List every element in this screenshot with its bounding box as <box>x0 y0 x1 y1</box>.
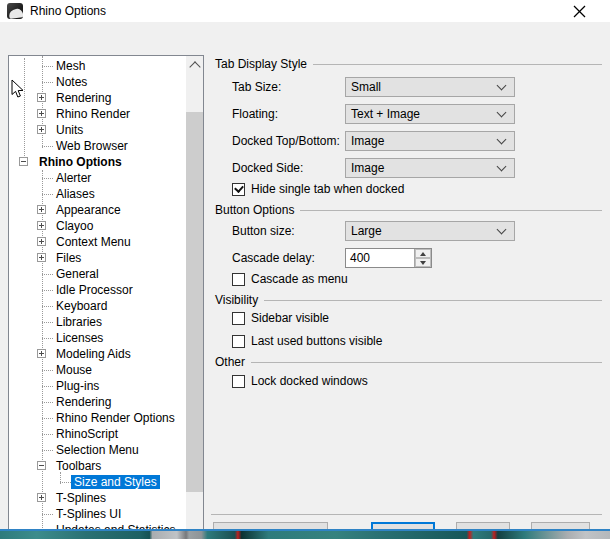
tree-item-licenses[interactable]: Licenses <box>9 330 186 346</box>
expander-plus-icon[interactable] <box>37 205 46 214</box>
cascade-as-menu-checkbox[interactable]: Cascade as menu <box>232 272 348 286</box>
tree-item-keyboard[interactable]: Keyboard <box>9 298 186 314</box>
sidebar-visible-checkbox[interactable]: Sidebar visible <box>232 311 329 325</box>
tree-connector <box>42 82 53 83</box>
cascade-delay-value: 400 <box>346 249 414 267</box>
tree-scrollbar[interactable] <box>186 56 203 539</box>
chevron-down-icon <box>497 225 507 235</box>
expander-minus-icon[interactable] <box>19 157 28 166</box>
group-title: Tab Display Style <box>215 57 307 71</box>
scroll-up-button[interactable] <box>186 56 203 73</box>
group-divider <box>264 300 602 301</box>
button-size-select[interactable]: Large <box>345 221 515 241</box>
tree-item-rhinoscript[interactable]: RhinoScript <box>9 426 186 442</box>
group-visibility: Visibility <box>215 293 602 307</box>
tree-item-label: Units <box>53 123 86 137</box>
tree-connector <box>42 450 53 451</box>
tree-item-appearance[interactable]: Appearance <box>9 202 186 218</box>
spin-down-button[interactable] <box>415 258 431 267</box>
expander-plus-icon[interactable] <box>37 237 46 246</box>
button-size-label: Button size: <box>232 224 295 238</box>
expander-minus-icon[interactable] <box>37 461 46 470</box>
tree-item-label: General <box>53 267 102 281</box>
tree-item-rhino-options[interactable]: Rhino Options <box>9 154 186 170</box>
tree-item-label: Clayoo <box>53 219 96 233</box>
group-divider <box>251 362 602 363</box>
tree-connector <box>42 194 53 195</box>
cascade-delay-input[interactable]: 400 <box>345 248 432 268</box>
chevron-down-icon <box>497 81 507 91</box>
tree-connector <box>60 482 71 483</box>
lock-docked-windows-checkbox[interactable]: Lock docked windows <box>232 374 368 388</box>
tree-item-t-splines-ui[interactable]: T-Splines UI <box>9 506 186 522</box>
tree-item-plug-ins[interactable]: Plug-ins <box>9 378 186 394</box>
tree-item-size-and-styles[interactable]: Size and Styles <box>9 474 186 490</box>
tree-item-alerter[interactable]: Alerter <box>9 170 186 186</box>
last-used-buttons-checkbox[interactable]: Last used buttons visible <box>232 334 382 348</box>
tree-item-label: T-Splines <box>53 491 109 505</box>
tree-item-rhino-render[interactable]: Rhino Render <box>9 106 186 122</box>
tree-item-rendering[interactable]: Rendering <box>9 394 186 410</box>
spinner-buttons <box>414 249 431 267</box>
chevron-down-icon <box>497 108 507 118</box>
tree-item-context-menu[interactable]: Context Menu <box>9 234 186 250</box>
footer-divider <box>211 514 602 515</box>
tree-connector <box>42 66 53 67</box>
expander-plus-icon[interactable] <box>37 493 46 502</box>
tree-item-t-splines[interactable]: T-Splines <box>9 490 186 506</box>
floating-select[interactable]: Text + Image <box>345 104 515 124</box>
tree-connector <box>42 402 53 403</box>
tree-item-label: Appearance <box>53 203 124 217</box>
expander-plus-icon[interactable] <box>37 253 46 262</box>
tree-item-notes[interactable]: Notes <box>9 74 186 90</box>
tree-item-label: Notes <box>53 75 90 89</box>
tree-item-label: Files <box>53 251 84 265</box>
tree-item-selection-menu[interactable]: Selection Menu <box>9 442 186 458</box>
tree-connector <box>42 146 53 147</box>
tree-item-mouse[interactable]: Mouse <box>9 362 186 378</box>
spin-up-button[interactable] <box>415 249 431 258</box>
docked-side-label: Docked Side: <box>232 161 303 175</box>
docked-side-select[interactable]: Image <box>345 158 515 178</box>
expander-plus-icon[interactable] <box>37 221 46 230</box>
tree-list: MeshNotesRenderingRhino RenderUnitsWeb B… <box>9 58 186 538</box>
hide-single-tab-checkbox[interactable]: Hide single tab when docked <box>232 182 404 196</box>
tab-size-select[interactable]: Small <box>345 77 515 97</box>
tree-item-mesh[interactable]: Mesh <box>9 58 186 74</box>
tree-item-label: Rendering <box>53 91 114 105</box>
docked-top-bottom-select[interactable]: Image <box>345 131 515 151</box>
tree-item-clayoo[interactable]: Clayoo <box>9 218 186 234</box>
group-button-options: Button Options <box>215 203 602 217</box>
tree-item-idle-processor[interactable]: Idle Processor <box>9 282 186 298</box>
tree-item-rendering[interactable]: Rendering <box>9 90 186 106</box>
tree-connector <box>42 514 53 515</box>
lock-docked-windows-label: Lock docked windows <box>251 374 368 388</box>
tree-item-general[interactable]: General <box>9 266 186 282</box>
docked-side-value: Image <box>351 161 498 175</box>
tree-item-units[interactable]: Units <box>9 122 186 138</box>
window-title: Rhino Options <box>30 4 106 18</box>
group-divider <box>300 210 602 211</box>
close-button[interactable] <box>562 2 596 21</box>
expander-plus-icon[interactable] <box>37 109 46 118</box>
tree-item-label: Modeling Aids <box>53 347 134 361</box>
tree-item-libraries[interactable]: Libraries <box>9 314 186 330</box>
expander-plus-icon[interactable] <box>37 349 46 358</box>
expander-plus-icon[interactable] <box>37 125 46 134</box>
chevron-up-icon <box>189 61 200 72</box>
floating-label: Floating: <box>232 107 278 121</box>
tree-item-label: Rendering <box>53 395 114 409</box>
tree-item-files[interactable]: Files <box>9 250 186 266</box>
tree-connector <box>42 274 53 275</box>
tree-item-web-browser[interactable]: Web Browser <box>9 138 186 154</box>
tree-item-modeling-aids[interactable]: Modeling Aids <box>9 346 186 362</box>
expander-plus-icon[interactable] <box>37 93 46 102</box>
group-title: Other <box>215 355 245 369</box>
tree-item-label: Keyboard <box>53 299 110 313</box>
last-used-buttons-label: Last used buttons visible <box>251 334 382 348</box>
scrollbar-thumb[interactable] <box>186 112 203 492</box>
tree-item-rhino-render-options[interactable]: Rhino Render Options <box>9 410 186 426</box>
tab-size-value: Small <box>351 80 498 94</box>
tree-item-aliases[interactable]: Aliases <box>9 186 186 202</box>
tree-item-toolbars[interactable]: Toolbars <box>9 458 186 474</box>
